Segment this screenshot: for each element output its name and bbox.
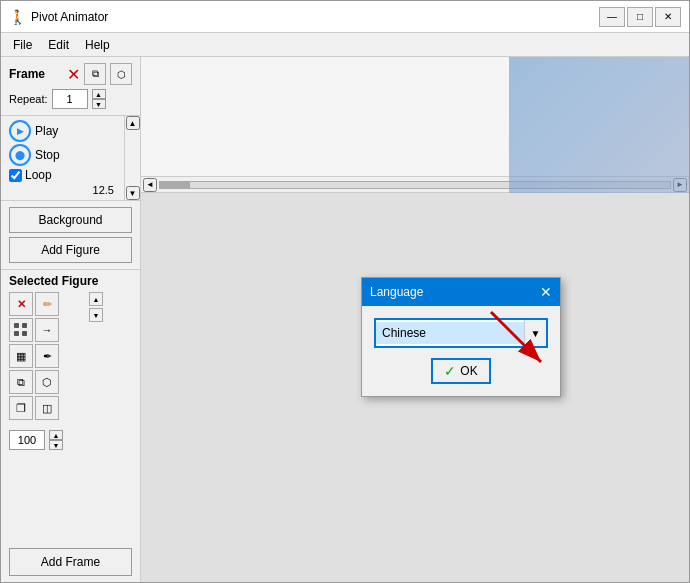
scale-input[interactable] bbox=[9, 430, 45, 450]
figure-delete-btn[interactable]: ✕ bbox=[9, 292, 33, 316]
frame-paste-btn[interactable]: ⬡ bbox=[110, 63, 132, 85]
figure-grid-btn[interactable] bbox=[9, 318, 33, 342]
language-dialog[interactable]: Language ✕ Chinese ▼ ✓ OK bbox=[361, 277, 561, 397]
frame-delete-icon[interactable]: ✕ bbox=[67, 65, 80, 84]
stop-row: ⬤ Stop bbox=[9, 144, 114, 166]
frame-copy-btn[interactable]: ⧉ bbox=[84, 63, 106, 85]
ok-label: OK bbox=[460, 364, 477, 378]
selected-figure-label: Selected Figure bbox=[9, 274, 132, 288]
left-panel: Frame ✕ ⧉ ⬡ Repeat: ▲ ▼ bbox=[1, 57, 141, 582]
repeat-up[interactable]: ▲ bbox=[92, 89, 106, 99]
loop-checkbox[interactable] bbox=[9, 169, 22, 182]
window-controls: — □ ✕ bbox=[599, 7, 681, 27]
add-frame-button[interactable]: Add Frame bbox=[9, 548, 132, 576]
selected-figure-section: Selected Figure ✕ ✏ → ▦ bbox=[1, 270, 140, 542]
loop-row: Loop bbox=[9, 168, 114, 182]
scale-spinner: ▲ ▼ bbox=[49, 430, 63, 450]
dialog-ok-button[interactable]: ✓ OK bbox=[431, 358, 491, 384]
repeat-input[interactable] bbox=[52, 89, 88, 109]
minimize-button[interactable]: — bbox=[599, 7, 625, 27]
app-icon: 🚶 bbox=[9, 9, 25, 25]
anim-controls: ▶ Play ⬤ Stop Loop 12.5 bbox=[9, 120, 132, 196]
repeat-label: Repeat: bbox=[9, 93, 48, 105]
anim-scrollbar: ▲ ▼ bbox=[124, 116, 140, 200]
loop-label: Loop bbox=[25, 168, 52, 182]
scale-section: ▲ ▼ bbox=[9, 430, 132, 450]
frame-controls: ✕ ⧉ ⬡ bbox=[67, 63, 132, 85]
figure-box-btn[interactable]: ▦ bbox=[9, 344, 33, 368]
main-window: 🚶 Pivot Animator — □ ✕ File Edit Help Fr… bbox=[0, 0, 690, 583]
dialog-body: Chinese ▼ ✓ OK bbox=[362, 306, 560, 396]
frame-label: Frame bbox=[9, 67, 45, 81]
dialog-close-button[interactable]: ✕ bbox=[540, 284, 552, 300]
menu-edit[interactable]: Edit bbox=[40, 36, 77, 54]
play-button[interactable]: ▶ bbox=[9, 120, 31, 142]
figure-tools-grid: ✕ ✏ → ▦ ✒ ⧉ bbox=[9, 292, 85, 420]
repeat-spinner: ▲ ▼ bbox=[92, 89, 106, 109]
action-section: Background Add Figure bbox=[1, 201, 140, 270]
stop-button[interactable]: ⬤ bbox=[9, 144, 31, 166]
right-area: ◄ ► Language ✕ bbox=[141, 57, 689, 582]
language-value: Chinese bbox=[376, 322, 524, 344]
scroll-thumb-h[interactable] bbox=[160, 182, 190, 188]
menu-file[interactable]: File bbox=[5, 36, 40, 54]
ok-checkmark: ✓ bbox=[444, 363, 456, 379]
dialog-title-bar: Language ✕ bbox=[362, 278, 560, 306]
figure-copy-btn[interactable]: ⧉ bbox=[9, 370, 33, 394]
figure-paste-btn[interactable]: ❐ bbox=[9, 396, 33, 420]
frame-header: Frame ✕ ⧉ ⬡ bbox=[9, 63, 132, 85]
play-row: ▶ Play bbox=[9, 120, 114, 142]
menu-help[interactable]: Help bbox=[77, 36, 118, 54]
figure-edit-btn[interactable]: ✏ bbox=[35, 292, 59, 316]
figure-arrow-btn[interactable]: → bbox=[35, 318, 59, 342]
window-title: Pivot Animator bbox=[31, 10, 599, 24]
figure-pen-btn[interactable]: ✒ bbox=[35, 344, 59, 368]
close-button[interactable]: ✕ bbox=[655, 7, 681, 27]
background-button[interactable]: Background bbox=[9, 207, 132, 233]
animation-section: ▶ Play ⬤ Stop Loop 12.5 ▲ ▼ bbox=[1, 116, 140, 201]
figure-extra-btn[interactable]: ◫ bbox=[35, 396, 59, 420]
menu-bar: File Edit Help bbox=[1, 33, 689, 57]
maximize-button[interactable]: □ bbox=[627, 7, 653, 27]
repeat-row: Repeat: ▲ ▼ bbox=[9, 89, 132, 109]
scale-up[interactable]: ▲ bbox=[49, 430, 63, 440]
figure-tools-scroll-down[interactable]: ▼ bbox=[89, 308, 103, 322]
scroll-left-button[interactable]: ◄ bbox=[143, 178, 157, 192]
figure-flip-btn[interactable]: ⬡ bbox=[35, 370, 59, 394]
language-dropdown-arrow[interactable]: ▼ bbox=[524, 320, 546, 346]
stop-label: Stop bbox=[35, 148, 60, 162]
frame-section: Frame ✕ ⧉ ⬡ Repeat: ▲ ▼ bbox=[1, 57, 140, 116]
scale-down[interactable]: ▼ bbox=[49, 440, 63, 450]
anim-scroll-up[interactable]: ▲ bbox=[126, 116, 140, 130]
repeat-down[interactable]: ▼ bbox=[92, 99, 106, 109]
language-select[interactable]: Chinese ▼ bbox=[374, 318, 548, 348]
anim-scroll-down[interactable]: ▼ bbox=[126, 186, 140, 200]
add-figure-button[interactable]: Add Figure bbox=[9, 237, 132, 263]
play-label: Play bbox=[35, 124, 58, 138]
figure-tools-scroll-up[interactable]: ▲ bbox=[89, 292, 103, 306]
title-bar: 🚶 Pivot Animator — □ ✕ bbox=[1, 1, 689, 33]
dialog-title-text: Language bbox=[370, 285, 423, 299]
main-content: Frame ✕ ⧉ ⬡ Repeat: ▲ ▼ bbox=[1, 57, 689, 582]
speed-value: 12.5 bbox=[9, 184, 114, 196]
